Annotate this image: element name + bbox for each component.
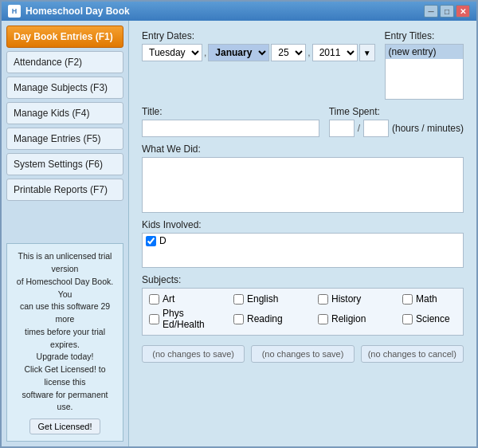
- entry-titles-label: Entry Titles:: [385, 30, 464, 41]
- maximize-button[interactable]: □: [440, 5, 454, 18]
- label-math: Math: [416, 293, 437, 305]
- content-area: Day Book Entries (F1) Attendance (F2) Ma…: [2, 21, 476, 446]
- subjects-row-1: Art English History Math: [149, 293, 456, 305]
- notice-line3: can use this software 29 more: [20, 301, 110, 324]
- notice-line2: of Homeschool Day Book. You: [17, 277, 113, 299]
- notice-line7: software for permanent use.: [22, 390, 108, 412]
- sidebar: Day Book Entries (F1) Attendance (F2) Ma…: [2, 21, 129, 446]
- kid-checkbox-d[interactable]: [146, 236, 156, 246]
- title-time-row: Title: Time Spent: / (hours / minutes): [142, 106, 464, 137]
- time-separator: /: [358, 123, 360, 134]
- day-of-week-select[interactable]: Tuesday: [142, 44, 202, 61]
- subjects-group: Subjects: Art English Histor: [142, 274, 464, 336]
- subjects-row-2: Phys Ed/Health Reading Religion Sci: [149, 308, 456, 330]
- get-licensed-button[interactable]: Get Licensed!: [29, 419, 101, 434]
- time-spent-label: Time Spent:: [329, 106, 464, 117]
- comma-separator: ,: [204, 47, 206, 58]
- sidebar-item-manage-kids[interactable]: Manage Kids (F4): [6, 102, 123, 124]
- entry-dates-label: Entry Dates:: [142, 30, 375, 41]
- notice-line4: times before your trial expires.: [25, 327, 105, 349]
- kids-involved-group: Kids Involved: D: [142, 219, 464, 268]
- title-controls: ─ □ ✕: [424, 5, 470, 18]
- title-bar: H Homeschool Day Book ─ □ ✕: [2, 2, 476, 21]
- sidebar-item-day-book-entries[interactable]: Day Book Entries (F1): [6, 26, 123, 48]
- sidebar-item-system-settings[interactable]: System Settings (F6): [6, 153, 123, 175]
- checkbox-phys-ed[interactable]: [149, 314, 159, 324]
- kids-listbox: D: [142, 233, 464, 268]
- label-science: Science: [416, 313, 450, 324]
- subject-phys-ed: Phys Ed/Health: [149, 308, 221, 330]
- subject-math: Math: [402, 293, 474, 305]
- window-title: Homeschool Day Book: [25, 6, 130, 17]
- minimize-button[interactable]: ─: [424, 5, 438, 18]
- subject-reading: Reading: [233, 313, 305, 324]
- label-reading: Reading: [247, 313, 283, 324]
- cancel-button[interactable]: (no changes to cancel): [361, 345, 464, 363]
- subject-history: History: [318, 293, 390, 305]
- notice-line1: This is an unlicensed trial version: [18, 251, 112, 273]
- close-button[interactable]: ✕: [456, 5, 470, 18]
- title-input[interactable]: [142, 120, 319, 137]
- checkbox-math[interactable]: [402, 294, 413, 305]
- subject-english: English: [233, 293, 305, 305]
- main-panel: Entry Dates: Tuesday , January 25 ,: [129, 21, 476, 446]
- label-religion: Religion: [331, 313, 366, 324]
- checkbox-history[interactable]: [318, 294, 328, 305]
- month-select[interactable]: January: [208, 44, 269, 61]
- what-we-did-textarea[interactable]: [142, 157, 464, 213]
- time-minutes-input[interactable]: [363, 120, 389, 137]
- comma-separator2: ,: [308, 47, 310, 58]
- subject-religion: Religion: [318, 313, 390, 324]
- save-button-2[interactable]: (no changes to save): [251, 345, 354, 363]
- kid-item: D: [146, 235, 460, 246]
- checkbox-english[interactable]: [233, 294, 244, 305]
- notice-line5: Upgrade today!: [37, 352, 94, 361]
- label-phys-ed: Phys Ed/Health: [163, 308, 221, 330]
- sidebar-item-printable-reports[interactable]: Printable Reports (F7): [6, 179, 123, 201]
- main-window: H Homeschool Day Book ─ □ ✕ Day Book Ent…: [0, 0, 478, 448]
- what-we-did-group: What We Did:: [142, 143, 464, 213]
- kids-involved-label: Kids Involved:: [142, 219, 464, 230]
- entry-titles-listbox[interactable]: (new entry): [385, 44, 464, 100]
- sidebar-item-manage-subjects[interactable]: Manage Subjects (F3): [6, 77, 123, 99]
- action-buttons: (no changes to save) (no changes to save…: [142, 345, 464, 363]
- label-art: Art: [163, 293, 174, 305]
- what-we-did-label: What We Did:: [142, 143, 464, 155]
- date-row: Tuesday , January 25 , 2011 ▼: [142, 44, 375, 61]
- entry-titles-area: Entry Titles: (new entry): [385, 30, 464, 100]
- time-row: / (hours / minutes): [329, 120, 464, 137]
- label-history: History: [331, 293, 361, 305]
- date-dropdown-button[interactable]: ▼: [359, 44, 375, 61]
- new-entry-item[interactable]: (new entry): [386, 45, 463, 59]
- checkbox-art[interactable]: [149, 294, 159, 305]
- checkbox-science[interactable]: [402, 314, 413, 324]
- sidebar-item-manage-entries[interactable]: Manage Entries (F5): [6, 128, 123, 150]
- time-units-label: (hours / minutes): [392, 123, 464, 134]
- checkbox-reading[interactable]: [233, 314, 244, 324]
- checkbox-religion[interactable]: [318, 314, 328, 324]
- day-select[interactable]: 25: [271, 44, 306, 61]
- subjects-label: Subjects:: [142, 274, 464, 285]
- label-english: English: [247, 293, 278, 305]
- kid-name-d: D: [159, 235, 167, 246]
- save-button-1[interactable]: (no changes to save): [142, 345, 245, 363]
- title-label: Title:: [142, 106, 319, 117]
- title-bar-left: H Homeschool Day Book: [8, 5, 130, 18]
- time-hours-input[interactable]: [329, 120, 355, 137]
- trial-notice: This is an unlicensed trial version of H…: [6, 243, 123, 442]
- app-icon: H: [8, 5, 21, 18]
- title-field-group: Title:: [142, 106, 319, 137]
- subjects-box: Art English History Math: [142, 288, 464, 336]
- year-select[interactable]: 2011: [312, 44, 358, 61]
- time-spent-group: Time Spent: / (hours / minutes): [329, 106, 464, 137]
- dates-titles-row: Entry Dates: Tuesday , January 25 ,: [142, 30, 464, 100]
- subject-science: Science: [402, 313, 474, 324]
- subject-art: Art: [149, 293, 221, 305]
- notice-line6: Click Get Licensed! to license this: [24, 364, 105, 387]
- sidebar-item-attendance[interactable]: Attendance (F2): [6, 51, 123, 73]
- entry-dates-area: Entry Dates: Tuesday , January 25 ,: [142, 30, 375, 61]
